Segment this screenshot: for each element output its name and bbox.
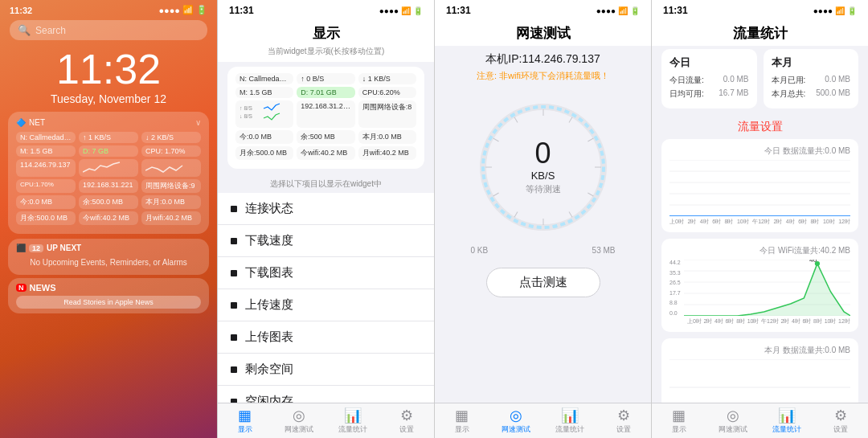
item-label-3: 下载图表: [245, 265, 293, 280]
chart3-title: 本月 数据流量共:0.0 MB: [669, 345, 850, 356]
net-upload: ↑ 1 KB/S: [79, 132, 138, 143]
chart2-svg: 40: [684, 260, 850, 316]
svg-line-14: [514, 117, 518, 123]
test-button[interactable]: 点击测速: [486, 268, 600, 297]
svg-line-11: [493, 193, 498, 196]
tab-speedtest-icon-3: ◎: [510, 408, 522, 423]
stats-row: 今日 今日流量: 0.0 MB 日均可用: 16.7 MB 本月 本月已用: 0…: [661, 49, 858, 108]
battery-icon-3: 🔋: [630, 6, 640, 15]
tab-settings-4[interactable]: ⚙ 设置: [814, 407, 868, 436]
list-item-upload-speed[interactable]: 上传速度: [218, 289, 434, 321]
wifi-icon-4: 📶: [835, 6, 845, 15]
tab-bar-2: ▦ 显示 ◎ 网速测试 📊 流量统计 ⚙ 设置: [218, 403, 434, 438]
preview-local-ip: 192.168.31.221: [297, 100, 354, 128]
svg-line-5: [588, 138, 593, 141]
tab-display-3[interactable]: ▦ 显示: [435, 407, 489, 436]
tab-settings-icon-3: ⚙: [617, 408, 630, 423]
daily-avg-value: 16.7 MB: [719, 88, 748, 100]
tab-settings-icon-4: ⚙: [834, 408, 847, 423]
month-used-label: 本月已用:: [772, 75, 806, 86]
chart3-section: 本月 数据流量共:0.0 MB: [661, 338, 858, 403]
upnext-icon: ⬛: [16, 244, 26, 252]
preview-cpu: CPU:6.20%: [358, 87, 416, 98]
list-item-storage[interactable]: 剩余空间: [218, 354, 434, 386]
status-time-4: 11:31: [663, 5, 688, 16]
tab-display-4[interactable]: ▦ 显示: [652, 407, 706, 436]
wifi-icon: 📶: [182, 5, 194, 15]
upnext-num: 12: [29, 244, 43, 252]
screen3-title: 网速测试: [435, 18, 651, 46]
flow-settings-button[interactable]: 流量设置: [661, 115, 858, 139]
tab-bar-3: ▦ 显示 ◎ 网速测试 📊 流量统计 ⚙ 设置: [435, 403, 651, 438]
tab-speedtest-label-3: 网速测试: [502, 424, 530, 435]
lockscreen: 11:32 ●●●● 📶 🔋 🔍 Search 11:32 Tuesday, N…: [0, 0, 217, 438]
battery-icon-2: 🔋: [413, 6, 423, 15]
screen2-content: N: Callmedaddy_... ↑ 0 B/S ↓ 1 KB/S M: 1…: [218, 62, 434, 403]
preview-month-yu: 月余:500.0 MB: [235, 146, 293, 160]
item-label-1: 连接状态: [245, 201, 293, 216]
signal-icon-3: ●●●●: [596, 6, 616, 15]
today-flow-label: 今日流量:: [669, 75, 704, 86]
tab-speedtest-3[interactable]: ◎ 网速测试: [489, 407, 542, 436]
signal-icon-2: ●●●●: [379, 6, 399, 15]
month-used-value: 0.0 MB: [825, 75, 850, 86]
tab-traffic-2[interactable]: 📊 流量统计: [326, 407, 380, 436]
battery-icon-1: 🔋: [196, 5, 207, 15]
tab-speedtest-4[interactable]: ◎ 网速测试: [706, 407, 760, 436]
speedtest-screen: 11:31 ●●●● 📶 🔋 网速测试 本机IP:114.246.79.137 …: [434, 0, 651, 438]
tab-speedtest-icon-4: ◎: [727, 408, 739, 423]
signal-icon-4: ●●●●: [813, 6, 833, 15]
speed-label: 等待测速: [526, 183, 561, 195]
upnext-title: UP NEXT: [47, 244, 81, 252]
svg-text:40: 40: [809, 260, 817, 264]
list-item-download-speed[interactable]: 下载速度: [218, 225, 434, 257]
gauge-max-label: 53 MB: [592, 246, 616, 255]
upnext-body: No Upcoming Events, Reminders, or Alarms: [16, 255, 201, 270]
month-used-item: 本月已用: 0.0 MB: [772, 75, 851, 86]
bullet-icon-5: [231, 334, 237, 341]
news-icon: N: [16, 284, 27, 292]
speed-display: 0 KB/S 等待测速: [526, 139, 561, 195]
tab-display[interactable]: ▦ 显示: [218, 407, 272, 436]
today-flow-item: 今日流量: 0.0 MB: [669, 75, 749, 86]
list-item-memory[interactable]: 空闲内存: [218, 386, 434, 403]
news-button[interactable]: Read Stories in Apple News: [16, 296, 201, 309]
tab-settings-3[interactable]: ⚙ 设置: [597, 407, 651, 436]
gauge-labels: 0 KB 53 MB: [471, 246, 616, 255]
list-item-download-chart[interactable]: 下载图表: [218, 257, 434, 289]
item-label-2: 下载速度: [245, 233, 293, 248]
chart3-svg: [669, 359, 850, 403]
speedtest-ip: 本机IP:114.246.79.137: [485, 52, 600, 67]
tab-speedtest-2[interactable]: ◎ 网速测试: [272, 407, 326, 436]
status-time-3: 11:31: [446, 5, 471, 16]
net-memory: M: 1.5 GB: [16, 145, 76, 157]
month-title: 本月: [772, 55, 851, 70]
tab-traffic-label-3: 流量统计: [555, 424, 584, 435]
tab-traffic-3[interactable]: 📊 流量统计: [543, 407, 597, 436]
status-bar-1: 11:32 ●●●● 📶 🔋: [0, 0, 217, 17]
net-devices: 周围网络设备:9: [141, 179, 201, 193]
svg-marker-29: [684, 264, 850, 316]
chart2-title: 今日 WiFi流量共:40.2 MB: [669, 245, 850, 256]
tab-traffic-icon-4: 📊: [778, 408, 796, 423]
search-bar[interactable]: 🔍 Search: [10, 20, 207, 40]
tab-traffic-4[interactable]: 📊 流量统计: [760, 407, 814, 436]
bullet-icon-6: [231, 366, 237, 373]
list-item-connection[interactable]: 连接状态: [218, 193, 434, 225]
item-label-5: 上传图表: [245, 330, 293, 345]
chart3-wrapper: [669, 359, 850, 403]
net-sparkline2: [141, 159, 201, 177]
tab-settings-label-3: 设置: [616, 424, 631, 435]
preview-yu: 余:500 MB: [297, 130, 354, 144]
list-item-upload-chart[interactable]: 上传图表: [218, 321, 434, 354]
today-stats-box: 今日 今日流量: 0.0 MB 日均可用: 16.7 MB: [661, 49, 757, 108]
chart1-labels: 上0时 2时 4时 6时 8时 10时 午12时 2时 4时 6时 8时 10时…: [669, 218, 850, 226]
tab-settings-2[interactable]: ⚙ 设置: [380, 407, 434, 436]
tab-traffic-icon-3: 📊: [561, 408, 579, 423]
y-label-26: 26.5: [669, 280, 681, 285]
net-wifi-month: 月wifi:40.2 MB: [141, 211, 201, 225]
net-total: 余:500.0 MB: [79, 195, 138, 209]
tab-display-label: 显示: [238, 424, 252, 435]
net-month: 本月:0.0 MB: [141, 195, 201, 209]
lock-time: 11:32: [0, 47, 217, 92]
